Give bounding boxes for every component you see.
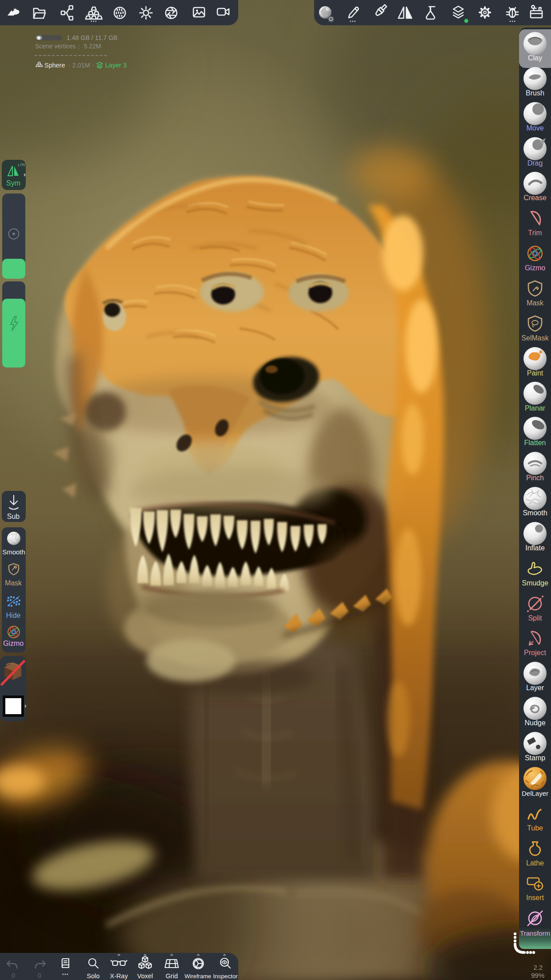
svg-text:L/W: L/W xyxy=(18,162,25,167)
